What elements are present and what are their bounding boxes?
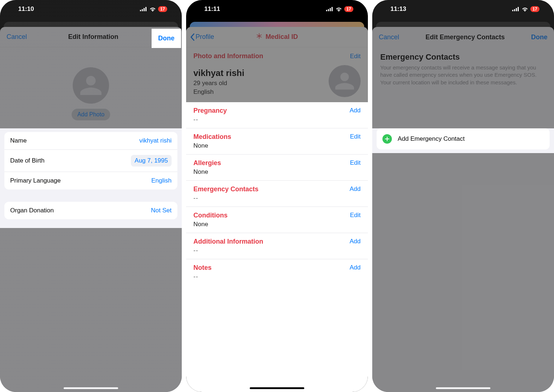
status-indicators: 17 [140,6,167,12]
cellular-icon [140,7,147,11]
cancel-button[interactable]: Cancel [379,33,399,41]
wifi-icon [336,7,342,12]
row-language[interactable]: Primary Language English [4,172,177,189]
row-pregnancy: Pregnancy -- Add [186,102,368,128]
svg-rect-9 [514,9,515,11]
add-emergency-contact-row[interactable]: Add Emergency Contact [377,128,550,149]
wifi-icon [522,7,528,12]
row-notes: Notes -- Add [186,259,368,285]
screen-edit-information: 11:10 17 Cancel Edit Information Done Ad… [0,0,182,392]
svg-rect-3 [145,7,146,11]
svg-rect-4 [326,10,327,11]
svg-rect-11 [518,7,519,11]
home-indicator[interactable] [436,387,490,389]
svg-rect-2 [144,8,145,11]
medical-asterisk-icon [256,33,262,41]
add-button[interactable]: Add [350,238,361,245]
medical-records-list: Pregnancy -- Add Medications None Edit A… [186,102,368,285]
status-bar: 11:11 17 [186,0,368,18]
screen-edit-emergency-contacts: 11:13 17 Cancel Edit Emergency Contacts … [372,0,554,392]
row-conditions: Conditions None Edit [186,207,368,233]
page-title: Medical ID [256,33,298,41]
status-indicators: 17 [326,6,353,12]
row-emergency-contacts: Emergency Contacts -- Add [186,181,368,207]
nav-bar: Cancel Edit Emergency Contacts Done [372,27,554,47]
modal-sheet: Cancel Edit Emergency Contacts Done Emer… [372,27,554,392]
emergency-contacts-section: Emergency Contacts Your emergency contac… [372,47,554,90]
photo-info-section: Photo and Information Edit vikhyat rishi… [186,47,368,102]
screen-medical-id: 11:11 17 Profile Medica [186,0,368,392]
svg-rect-0 [140,10,141,11]
cellular-icon [512,7,519,11]
row-label: Primary Language [10,177,61,184]
section-title: Photo and Information [193,52,263,60]
row-medications: Medications None Edit [186,128,368,155]
section-title: Emergency Contacts [380,52,546,62]
battery-badge: 17 [530,6,539,12]
add-button[interactable]: Add [350,185,361,193]
cancel-button[interactable]: Cancel [7,33,27,41]
add-contact-highlight: Add Emergency Contact [372,128,554,153]
status-bar: 11:10 17 [0,0,182,18]
svg-rect-8 [512,10,513,11]
svg-rect-6 [330,8,331,11]
sheet-backdrop [376,22,550,27]
back-button[interactable]: Profile [190,33,214,41]
row-label: Organ Donation [10,207,54,214]
add-contact-label: Add Emergency Contact [398,135,465,143]
battery-badge: 17 [158,6,167,12]
form-lists: Name vikhyat rishi Date of Birth Aug 7, … [0,128,182,228]
nav-bar: Profile Medical ID [186,27,368,47]
done-button[interactable]: Done [152,29,181,48]
add-button[interactable]: Add [350,264,361,271]
row-value: Aug 7, 1995 [131,155,172,167]
plus-icon [382,134,392,144]
svg-rect-5 [328,9,329,11]
page-title: Edit Emergency Contacts [425,33,505,41]
section-description: Your emergency contacts will receive a m… [380,64,546,86]
row-allergies: Allergies None Edit [186,155,368,181]
svg-rect-10 [516,8,517,11]
edit-info-button[interactable]: Edit [350,53,361,60]
edit-button[interactable]: Edit [350,133,361,140]
back-label: Profile [196,33,214,41]
status-bar: 11:13 17 [372,0,554,18]
done-button[interactable]: Done [531,33,547,41]
row-value: English [151,177,172,184]
wifi-icon [149,7,156,12]
avatar-placeholder[interactable] [73,67,109,104]
add-photo-button[interactable]: Add Photo [72,109,111,120]
row-label: Name [10,137,27,144]
row-dob[interactable]: Date of Birth Aug 7, 1995 [4,149,177,172]
edit-button[interactable]: Edit [350,212,361,219]
battery-badge: 17 [344,6,353,12]
status-time: 11:13 [390,5,406,13]
avatar-section: Add Photo [0,47,182,120]
sheet-backdrop [190,22,364,27]
cellular-icon [326,7,333,11]
row-name[interactable]: Name vikhyat rishi [4,132,177,149]
row-organ-donation[interactable]: Organ Donation Not Set [4,202,177,219]
edit-button[interactable]: Edit [350,159,361,167]
row-value: vikhyat rishi [139,137,172,144]
page-title: Edit Information [68,33,119,41]
row-value: Not Set [151,207,172,214]
add-button[interactable]: Add [350,107,361,114]
status-indicators: 17 [512,6,539,12]
svg-rect-1 [142,9,143,11]
row-additional-information: Additional Information -- Add [186,233,368,259]
sheet-backdrop [4,22,178,27]
svg-rect-7 [332,7,333,11]
row-label: Date of Birth [10,157,45,164]
modal-sheet: Profile Medical ID Photo and Information… [186,27,368,392]
status-time: 11:11 [204,5,220,13]
status-time: 11:10 [18,5,34,13]
avatar-placeholder[interactable] [329,65,361,97]
home-indicator[interactable] [64,387,118,389]
home-indicator[interactable] [250,387,304,389]
